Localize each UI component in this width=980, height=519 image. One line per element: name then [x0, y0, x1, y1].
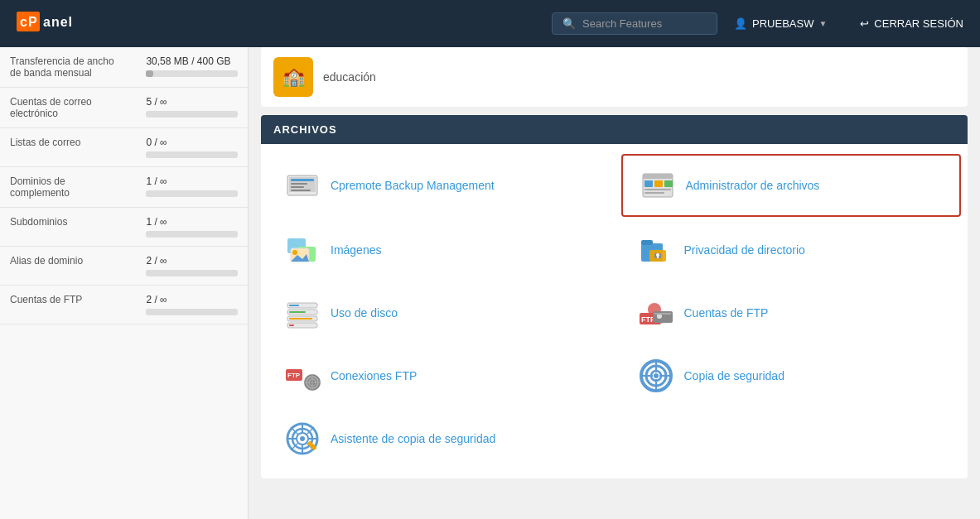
sidebar-row-value: 1 / ∞ — [136, 167, 248, 208]
user-menu[interactable]: 👤 PRUEBASW ▼ — [734, 17, 827, 30]
svg-rect-10 — [643, 174, 673, 179]
progress-bar-container — [146, 190, 238, 197]
username: PRUEBASW — [752, 17, 813, 30]
feature-label-backup: Copia de seguridad — [684, 368, 784, 383]
feature-item-backup[interactable]: Copia de seguridad — [621, 346, 962, 406]
logout-label: CERRAR SESIÓN — [874, 17, 963, 30]
top-card-label: educación — [323, 70, 376, 84]
content-area: 🏫 educación ARCHIVOS Cpremote Backup Man… — [249, 47, 980, 519]
feature-item-ftp-accounts[interactable]: FTP Cuentas de FTP — [621, 283, 962, 343]
sidebar-row: Cuentas de FTP 2 / ∞ — [0, 286, 248, 324]
feature-item-dir-privacy[interactable]: Privacidad de directorio — [621, 220, 962, 280]
sidebar-row-value: 2 / ∞ — [136, 247, 248, 286]
feature-icon-disk-usage — [284, 295, 321, 331]
progress-bar-container — [146, 70, 238, 77]
feature-item-file-manager[interactable]: Administrador de archivos — [621, 154, 962, 217]
progress-bar-container — [146, 231, 238, 238]
svg-rect-27 — [289, 305, 299, 306]
feature-label-ftp-connections: Conexiones FTP — [331, 368, 417, 383]
sidebar-row-label: Cuentas de correo electrónico — [0, 88, 136, 128]
sidebar: Transferencia de ancho de banda mensual … — [0, 47, 249, 519]
logo: cP anel — [17, 8, 116, 40]
sidebar-row-value: 0 / ∞ — [136, 128, 248, 167]
feature-item-backup-wizard[interactable]: Asistente de copia de seguridad — [268, 409, 608, 469]
search-box[interactable]: 🔍 Search Features — [552, 12, 717, 35]
sidebar-row-label: Transferencia de ancho de banda mensual — [0, 47, 136, 88]
sidebar-row: Dominios de complemento 1 / ∞ — [0, 167, 248, 208]
main-layout: Transferencia de ancho de banda mensual … — [0, 47, 980, 519]
sidebar-row: Subdominios 1 / ∞ — [0, 208, 248, 247]
svg-rect-12 — [654, 180, 663, 187]
feature-label-dir-privacy: Privacidad de directorio — [684, 243, 805, 257]
logout-button[interactable]: ↩ CERRAR SESIÓN — [860, 17, 963, 30]
svg-rect-15 — [644, 192, 664, 194]
svg-rect-14 — [644, 189, 671, 190]
feature-item-images[interactable]: Imágenes — [268, 220, 608, 280]
feature-icon-backup-wizard — [284, 420, 321, 457]
svg-rect-8 — [291, 190, 311, 191]
sidebar-row: Alias de dominio 2 / ∞ — [0, 247, 248, 286]
feature-icon-file-manager — [640, 167, 676, 204]
feature-label-file-manager: Administrador de archivos — [686, 178, 820, 193]
sidebar-row: Cuentas de correo electrónico 5 / ∞ — [0, 88, 248, 128]
svg-rect-7 — [291, 186, 304, 188]
progress-bar-container — [146, 151, 238, 158]
svg-text:cP: cP — [20, 15, 38, 29]
sidebar-row-label: Subdominios — [0, 208, 136, 247]
svg-rect-31 — [289, 318, 312, 320]
sidebar-row-value: 30,58 MB / 400 GB — [136, 47, 248, 88]
feature-label-cpremote: Cpremote Backup Management — [331, 178, 495, 193]
svg-rect-5 — [291, 179, 314, 181]
sidebar-row-value: 5 / ∞ — [136, 88, 248, 128]
svg-point-54 — [654, 373, 659, 378]
feature-icon-ftp-connections: FTP — [284, 358, 321, 394]
sidebar-row-value: 2 / ∞ — [136, 286, 248, 324]
header: cP anel 🔍 Search Features 👤 PRUEBASW ▼ ↩… — [0, 0, 980, 47]
svg-rect-6 — [291, 183, 307, 185]
feature-icon-backup — [638, 358, 674, 394]
feature-icon-cpremote — [284, 167, 321, 204]
header-right: 🔍 Search Features 👤 PRUEBASW ▼ ↩ CERRAR … — [552, 12, 963, 35]
progress-bar-container — [146, 270, 238, 276]
progress-bar-container — [146, 111, 238, 118]
feature-icon-ftp-accounts: FTP — [638, 295, 674, 331]
user-icon: 👤 — [734, 17, 747, 30]
sidebar-row: Transferencia de ancho de banda mensual … — [0, 47, 248, 88]
feature-item-disk-usage[interactable]: Uso de disco — [268, 283, 608, 343]
svg-point-62 — [300, 436, 305, 441]
svg-rect-25 — [657, 256, 659, 258]
sidebar-stats-table: Transferencia de ancho de banda mensual … — [0, 47, 248, 324]
svg-rect-13 — [664, 180, 673, 187]
sidebar-row-label: Alias de dominio — [0, 247, 136, 286]
logout-icon: ↩ — [860, 17, 869, 30]
feature-label-ftp-accounts: Cuentas de FTP — [684, 305, 769, 320]
sidebar-row: Listas de correo 0 / ∞ — [0, 128, 248, 167]
feature-label-images: Imágenes — [331, 243, 381, 257]
svg-text:FTP: FTP — [287, 372, 301, 379]
archivos-header: ARCHIVOS — [261, 115, 968, 144]
svg-rect-29 — [289, 311, 306, 313]
sidebar-row-label: Dominios de complemento — [0, 167, 136, 208]
sidebar-row-label: Cuentas de FTP — [0, 286, 136, 324]
feature-item-cpremote[interactable]: Cpremote Backup Management — [268, 154, 608, 217]
feature-label-disk-usage: Uso de disco — [331, 305, 398, 320]
svg-rect-33 — [289, 324, 294, 326]
sidebar-row-label: Listas de correo — [0, 128, 136, 167]
feature-icon-dir-privacy — [638, 232, 674, 268]
search-icon: 🔍 — [562, 17, 576, 30]
top-card: 🏫 educación — [261, 47, 968, 107]
top-card-icon: 🏫 — [273, 57, 313, 97]
svg-text:anel: anel — [43, 15, 73, 29]
feature-label-backup-wizard: Asistente de copia de seguridad — [331, 431, 495, 446]
search-placeholder: Search Features — [582, 17, 662, 30]
feature-item-ftp-connections[interactable]: FTP Conexiones FTP — [268, 346, 608, 406]
chevron-down-icon: ▼ — [818, 19, 827, 28]
progress-bar — [146, 70, 153, 77]
svg-rect-21 — [641, 240, 653, 245]
svg-point-19 — [292, 250, 297, 255]
sidebar-row-value: 1 / ∞ — [136, 208, 248, 247]
svg-rect-11 — [644, 180, 653, 187]
svg-rect-39 — [654, 313, 671, 315]
archivos-grid: Cpremote Backup Management Administrador… — [261, 144, 968, 478]
progress-bar-container — [146, 309, 238, 315]
